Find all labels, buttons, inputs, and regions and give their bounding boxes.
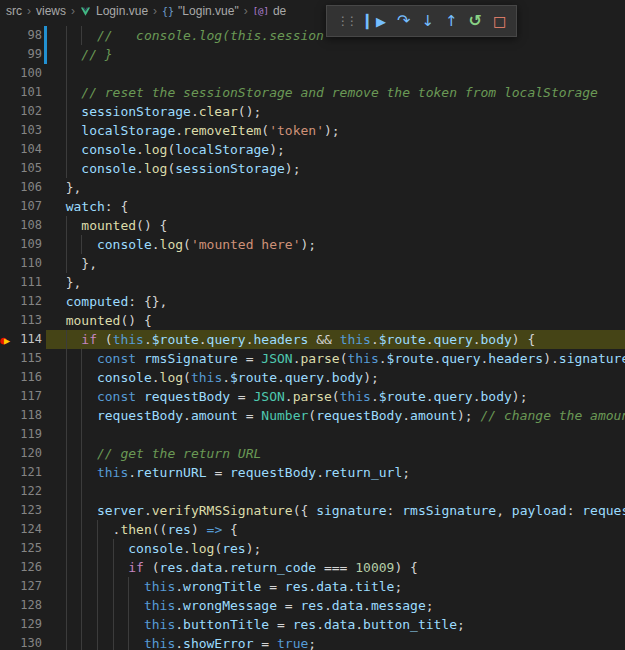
glyph-margin[interactable]	[0, 83, 16, 102]
code-line-current[interactable]: ●▶114 if (this.$route.query.headers && t…	[0, 330, 625, 349]
glyph-margin[interactable]	[0, 178, 16, 197]
glyph-margin[interactable]	[0, 539, 16, 558]
code-line[interactable]: 129 this.buttonTitle = res.data.button_t…	[0, 615, 625, 634]
line-number[interactable]: 129	[16, 615, 42, 634]
code-line[interactable]: 108 mounted() {	[0, 216, 625, 235]
line-number[interactable]: 108	[16, 216, 42, 235]
code-line[interactable]: 102 sessionStorage.clear();	[0, 102, 625, 121]
code-line[interactable]: 101 // reset the sessionStorage and remo…	[0, 83, 625, 102]
glyph-margin[interactable]	[0, 64, 16, 83]
code-line[interactable]: 116 console.log(this.$route.query.body);	[0, 368, 625, 387]
code-line[interactable]: 118 requestBody.amount = Number(requestB…	[0, 406, 625, 425]
code-line[interactable]: 120 // get the return URL	[0, 444, 625, 463]
line-number[interactable]: 104	[16, 140, 42, 159]
line-number[interactable]: 98	[16, 26, 42, 45]
line-number[interactable]: 102	[16, 102, 42, 121]
step-into-icon[interactable]: ↓	[421, 14, 434, 29]
glyph-margin[interactable]	[0, 634, 16, 650]
glyph-margin[interactable]	[0, 615, 16, 634]
code-line[interactable]: 128 this.wrongMessage = res.data.message…	[0, 596, 625, 615]
line-number[interactable]: 114	[16, 330, 42, 349]
glyph-margin[interactable]	[0, 387, 16, 406]
code-line[interactable]: 112 computed: {},	[0, 292, 625, 311]
glyph-margin[interactable]	[0, 216, 16, 235]
code-line[interactable]: 122	[0, 482, 625, 501]
code-line[interactable]: 117 const requestBody = JSON.parse(this.…	[0, 387, 625, 406]
code-line[interactable]: 124 .then((res) => {	[0, 520, 625, 539]
glyph-margin[interactable]	[0, 197, 16, 216]
glyph-margin[interactable]	[0, 501, 16, 520]
code-line[interactable]: 109 console.log('mounted here');	[0, 235, 625, 254]
line-number[interactable]: 128	[16, 596, 42, 615]
stop-icon[interactable]: □	[493, 14, 506, 28]
code-line[interactable]: 110 },	[0, 254, 625, 273]
code-line[interactable]: 104 console.log(localStorage);	[0, 140, 625, 159]
line-number[interactable]: 100	[16, 64, 42, 83]
line-number[interactable]: 124	[16, 520, 42, 539]
code-line[interactable]: 111 },	[0, 273, 625, 292]
breadcrumb-module[interactable]: "Login.vue"	[178, 4, 239, 18]
step-over-icon[interactable]: ↷	[397, 13, 410, 29]
line-number[interactable]: 123	[16, 501, 42, 520]
line-number[interactable]: 115	[16, 349, 42, 368]
continue-icon[interactable]: ▎▶	[366, 15, 386, 28]
glyph-margin[interactable]	[0, 558, 16, 577]
code-line[interactable]: 99 // }	[0, 45, 625, 64]
line-number[interactable]: 110	[16, 254, 42, 273]
glyph-margin[interactable]	[0, 26, 16, 45]
line-number[interactable]: 107	[16, 197, 42, 216]
line-number[interactable]: 112	[16, 292, 42, 311]
code-line[interactable]: 105 console.log(sessionStorage);	[0, 159, 625, 178]
glyph-margin[interactable]: ●▶	[0, 330, 16, 349]
glyph-margin[interactable]	[0, 159, 16, 178]
breadcrumb-src[interactable]: src	[6, 4, 22, 18]
glyph-margin[interactable]	[0, 463, 16, 482]
code-line[interactable]: 126 if (res.data.return_code === 10009) …	[0, 558, 625, 577]
glyph-margin[interactable]	[0, 121, 16, 140]
code-line[interactable]: 113 mounted() {	[0, 311, 625, 330]
line-number[interactable]: 125	[16, 539, 42, 558]
glyph-margin[interactable]	[0, 140, 16, 159]
glyph-margin[interactable]	[0, 444, 16, 463]
glyph-margin[interactable]	[0, 368, 16, 387]
line-number[interactable]: 130	[16, 634, 42, 650]
glyph-margin[interactable]	[0, 349, 16, 368]
line-number[interactable]: 117	[16, 387, 42, 406]
glyph-margin[interactable]	[0, 596, 16, 615]
breadcrumb-views[interactable]: views	[36, 4, 66, 18]
code-line[interactable]: 121 this.returnURL = requestBody.return_…	[0, 463, 625, 482]
line-number[interactable]: 127	[16, 577, 42, 596]
glyph-margin[interactable]	[0, 254, 16, 273]
step-out-icon[interactable]: ↑	[445, 14, 458, 29]
line-number[interactable]: 113	[16, 311, 42, 330]
glyph-margin[interactable]	[0, 406, 16, 425]
line-number[interactable]: 101	[16, 83, 42, 102]
line-number[interactable]: 121	[16, 463, 42, 482]
breadcrumb-file[interactable]: Login.vue	[96, 4, 148, 18]
glyph-margin[interactable]	[0, 273, 16, 292]
breadcrumb-symbol[interactable]: de	[273, 4, 286, 18]
code-line[interactable]: 115 const rmsSignature = JSON.parse(this…	[0, 349, 625, 368]
glyph-margin[interactable]	[0, 311, 16, 330]
line-number[interactable]: 120	[16, 444, 42, 463]
glyph-margin[interactable]	[0, 292, 16, 311]
glyph-margin[interactable]	[0, 482, 16, 501]
glyph-margin[interactable]	[0, 235, 16, 254]
glyph-margin[interactable]	[0, 45, 16, 64]
code-line[interactable]: 106 },	[0, 178, 625, 197]
line-number[interactable]: 111	[16, 273, 42, 292]
restart-icon[interactable]: ↺	[469, 13, 482, 29]
glyph-margin[interactable]	[0, 102, 16, 121]
glyph-margin[interactable]	[0, 520, 16, 539]
line-number[interactable]: 109	[16, 235, 42, 254]
code-line[interactable]: 100	[0, 64, 625, 83]
line-number[interactable]: 99	[16, 45, 42, 64]
line-number[interactable]: 116	[16, 368, 42, 387]
code-line[interactable]: 127 this.wrongTitle = res.data.title;	[0, 577, 625, 596]
line-number[interactable]: 126	[16, 558, 42, 577]
code-line[interactable]: 103 localStorage.removeItem('token');	[0, 121, 625, 140]
code-line[interactable]: 119	[0, 425, 625, 444]
code-line[interactable]: 125 console.log(res);	[0, 539, 625, 558]
code-line[interactable]: 130 this.showError = true;	[0, 634, 625, 650]
code-line[interactable]: 98 // console.log(this.session	[0, 26, 625, 45]
